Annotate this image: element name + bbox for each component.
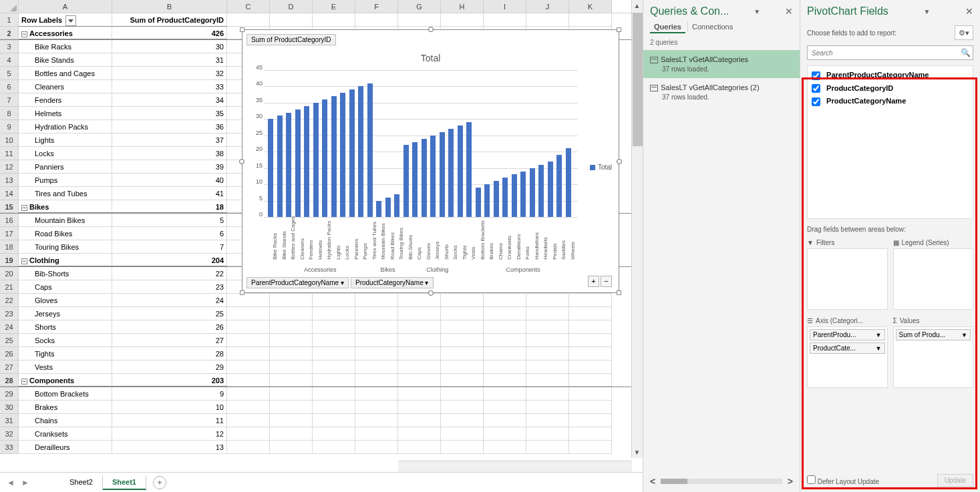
pivot-item[interactable]: Jerseys (19, 307, 112, 320)
legend-area[interactable]: ▦Legend (Series) (893, 237, 974, 310)
chart-bar[interactable] (322, 99, 327, 217)
column-header-b[interactable]: B (112, 0, 227, 13)
chart-bar[interactable] (268, 119, 273, 217)
column-header-i[interactable]: I (484, 0, 526, 13)
pane-nav-left-icon[interactable]: < (650, 476, 655, 487)
chart-title[interactable]: Total (242, 53, 619, 63)
chart-bar[interactable] (394, 194, 399, 217)
pivot-item[interactable]: Socks (19, 334, 112, 347)
pivot-item[interactable]: Bike Stands (19, 53, 112, 67)
area-field-item[interactable]: ParentProdu...▼ (810, 329, 885, 340)
update-button[interactable]: Update (937, 474, 973, 487)
defer-layout-checkbox[interactable]: Defer Layout Update (807, 475, 879, 485)
pivot-item[interactable]: Mountain Bikes (19, 214, 112, 227)
chart-bar[interactable] (538, 165, 544, 217)
pivot-item[interactable]: Pumps (19, 174, 112, 187)
column-header-e[interactable]: E (313, 0, 355, 13)
pivot-item[interactable]: Cranksets (19, 427, 112, 441)
pivot-item[interactable]: Brakes (19, 401, 112, 414)
column-header-g[interactable]: G (398, 0, 441, 13)
values-area[interactable]: ΣValues Sum of Produ...▼ (893, 315, 974, 388)
pivot-chart[interactable]: Sum of ProductCategoryID Total 051015202… (242, 29, 619, 293)
chart-bar[interactable] (548, 162, 553, 217)
chart-bar[interactable] (412, 142, 418, 217)
chart-bar[interactable] (422, 139, 427, 217)
field-search[interactable]: 🔍 (807, 45, 973, 60)
pivot-item[interactable]: Lights (19, 134, 112, 147)
pivot-item[interactable]: Bottom Brackets (19, 387, 112, 401)
chart-bar[interactable] (385, 198, 391, 217)
field-checkbox[interactable]: ParentProductCategoryName (810, 69, 970, 82)
pivotfields-menu-icon[interactable]: ▼ (923, 8, 930, 15)
chart-bar[interactable] (566, 148, 571, 217)
pivot-item[interactable]: Gloves (19, 294, 112, 307)
queries-pane-menu-icon[interactable]: ▼ (754, 8, 760, 15)
chart-bar[interactable] (376, 201, 381, 217)
pivot-item[interactable]: Locks (19, 147, 112, 160)
chart-bar[interactable] (494, 181, 499, 217)
pivot-item[interactable]: Bottles and Cages (19, 67, 112, 80)
chart-bar[interactable] (556, 155, 562, 217)
chart-resize-handle[interactable] (428, 290, 434, 296)
collapse-icon[interactable]: − (21, 205, 27, 211)
scroll-up-arrow[interactable]: ▲ (632, 0, 642, 11)
pivotfields-close-icon[interactable]: ✕ (965, 6, 973, 17)
scroll-down-arrow[interactable]: ▼ (632, 447, 642, 458)
chart-bar[interactable] (331, 96, 337, 217)
collapse-icon[interactable]: − (21, 258, 27, 264)
column-header-f[interactable]: F (355, 0, 398, 13)
pivot-item[interactable]: Vests (19, 360, 112, 374)
pivot-item[interactable]: Touring Bikes (19, 240, 112, 254)
select-all-corner[interactable] (0, 0, 19, 13)
chart-bar[interactable] (502, 178, 508, 217)
collapse-icon[interactable]: − (21, 31, 27, 37)
pivot-item[interactable]: Bib-Shorts (19, 267, 112, 280)
chart-bar[interactable] (313, 103, 319, 217)
pivot-item[interactable]: Panniers (19, 160, 112, 174)
pivot-group[interactable]: −Clothing (19, 254, 112, 266)
chart-resize-handle[interactable] (617, 290, 621, 295)
chart-bar[interactable] (458, 126, 463, 217)
area-field-item[interactable]: Sum of Produ...▼ (896, 329, 971, 340)
field-list[interactable]: ParentProductCategoryName ProductCategor… (807, 65, 973, 219)
column-header-j[interactable]: J (526, 0, 569, 13)
chart-values-button[interactable]: Sum of ProductCategoryID (247, 34, 336, 45)
chart-bar[interactable] (286, 113, 291, 217)
chart-bar[interactable] (530, 168, 535, 217)
pivot-item[interactable]: Hydration Packs (19, 120, 112, 134)
field-search-input[interactable] (808, 46, 958, 59)
column-header-a[interactable]: A (19, 0, 112, 13)
chart-bar[interactable] (403, 145, 409, 217)
collapse-icon[interactable]: − (21, 379, 27, 385)
chart-resize-handle[interactable] (239, 159, 244, 164)
column-header-k[interactable]: K (569, 0, 612, 13)
query-item[interactable]: SalesLT vGetAllCategories (2)37 rows loa… (643, 78, 800, 106)
pivot-item[interactable]: Shorts (19, 320, 112, 334)
area-field-item[interactable]: ProductCate...▼ (810, 342, 885, 354)
pivot-item[interactable]: Tires and Tubes (19, 187, 112, 200)
vertical-scrollbar[interactable]: ▲ ▼ (631, 0, 643, 458)
pivot-group[interactable]: −Components (19, 374, 112, 387)
chart-bar[interactable] (520, 172, 526, 217)
chart-resize-handle[interactable] (617, 27, 621, 32)
sheet-tab[interactable]: Sheet1 (103, 475, 146, 490)
chart-bar[interactable] (484, 184, 490, 217)
field-list-options-button[interactable]: ⚙▾ (955, 25, 973, 40)
column-header-d[interactable]: D (270, 0, 313, 13)
sheet-tab[interactable]: Sheet2 (60, 475, 103, 490)
horizontal-scrollbar[interactable] (398, 461, 632, 472)
pivot-group[interactable]: −Accessories (19, 27, 112, 39)
pivot-item[interactable]: Bike Racks (19, 40, 112, 53)
chart-bar[interactable] (466, 122, 472, 217)
chart-bar[interactable] (448, 129, 454, 217)
chart-legend[interactable]: Total (590, 164, 612, 171)
chart-plot-area[interactable] (264, 70, 578, 217)
pivot-item[interactable]: Chains (19, 414, 112, 427)
pivot-item[interactable]: Road Bikes (19, 227, 112, 240)
row-labels-filter-button[interactable] (65, 15, 76, 26)
search-icon[interactable]: 🔍 (958, 46, 973, 59)
pivot-row-labels-header[interactable]: Row Labels (19, 13, 112, 27)
field-checkbox[interactable]: ProductCategoryID (810, 82, 970, 95)
field-checkbox[interactable]: ProductCategoryName (810, 95, 970, 108)
chart-bar[interactable] (512, 174, 517, 217)
